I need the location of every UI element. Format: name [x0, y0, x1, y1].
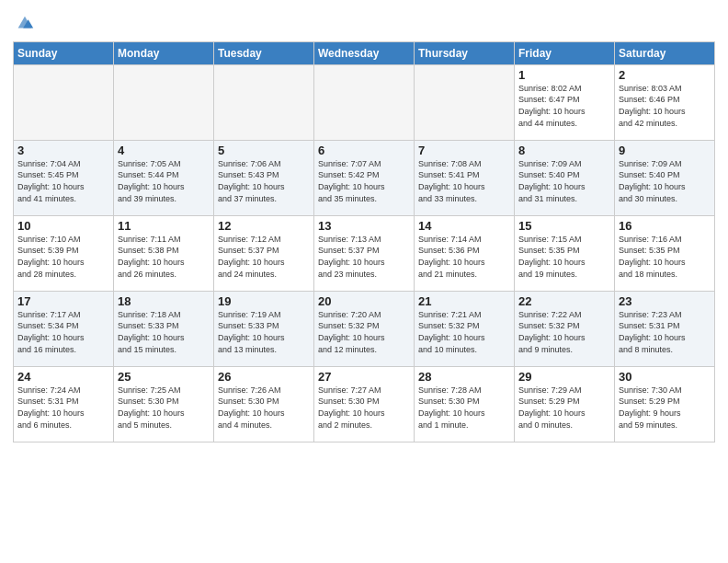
- day-info: Sunrise: 8:03 AM Sunset: 6:46 PM Dayligh…: [619, 83, 711, 129]
- day-cell: 25Sunrise: 7:25 AM Sunset: 5:30 PM Dayli…: [114, 366, 214, 442]
- day-number: 21: [418, 294, 510, 308]
- day-number: 28: [418, 370, 510, 384]
- day-number: 6: [318, 144, 410, 157]
- day-info: Sunrise: 7:14 AM Sunset: 5:36 PM Dayligh…: [418, 234, 510, 280]
- day-cell: 17Sunrise: 7:17 AM Sunset: 5:34 PM Dayli…: [14, 291, 114, 366]
- logo-text: [13, 13, 35, 38]
- col-header-friday: Friday: [515, 41, 615, 64]
- day-info: Sunrise: 7:07 AM Sunset: 5:42 PM Dayligh…: [318, 158, 410, 204]
- day-cell: 14Sunrise: 7:14 AM Sunset: 5:36 PM Dayli…: [415, 215, 515, 291]
- day-cell: 30Sunrise: 7:30 AM Sunset: 5:29 PM Dayli…: [615, 366, 715, 442]
- day-cell: [314, 64, 415, 140]
- day-cell: 3Sunrise: 7:04 AM Sunset: 5:45 PM Daylig…: [14, 140, 114, 215]
- day-cell: 13Sunrise: 7:13 AM Sunset: 5:37 PM Dayli…: [314, 215, 415, 291]
- day-cell: 9Sunrise: 7:09 AM Sunset: 5:40 PM Daylig…: [615, 140, 715, 215]
- day-info: Sunrise: 7:06 AM Sunset: 5:43 PM Dayligh…: [218, 158, 310, 204]
- day-cell: 1Sunrise: 8:02 AM Sunset: 6:47 PM Daylig…: [515, 64, 615, 140]
- day-cell: [14, 64, 114, 140]
- day-info: Sunrise: 7:27 AM Sunset: 5:30 PM Dayligh…: [318, 385, 410, 431]
- day-info: Sunrise: 8:02 AM Sunset: 6:47 PM Dayligh…: [518, 83, 610, 129]
- day-info: Sunrise: 7:28 AM Sunset: 5:30 PM Dayligh…: [418, 385, 510, 431]
- day-number: 22: [518, 294, 610, 308]
- day-info: Sunrise: 7:20 AM Sunset: 5:32 PM Dayligh…: [318, 309, 410, 355]
- day-cell: 19Sunrise: 7:19 AM Sunset: 5:33 PM Dayli…: [214, 291, 314, 366]
- day-number: 20: [318, 294, 410, 308]
- day-cell: 15Sunrise: 7:15 AM Sunset: 5:35 PM Dayli…: [515, 215, 615, 291]
- header: [13, 9, 715, 38]
- day-info: Sunrise: 7:08 AM Sunset: 5:41 PM Dayligh…: [418, 158, 510, 204]
- col-header-monday: Monday: [114, 41, 214, 64]
- day-number: 9: [619, 144, 711, 157]
- col-header-thursday: Thursday: [415, 41, 515, 64]
- day-number: 17: [17, 294, 109, 308]
- week-row-1: 1Sunrise: 8:02 AM Sunset: 6:47 PM Daylig…: [14, 64, 715, 140]
- week-row-4: 17Sunrise: 7:17 AM Sunset: 5:34 PM Dayli…: [14, 291, 715, 366]
- day-number: 27: [318, 370, 410, 384]
- day-cell: 27Sunrise: 7:27 AM Sunset: 5:30 PM Dayli…: [314, 366, 415, 442]
- day-number: 16: [619, 219, 711, 233]
- day-info: Sunrise: 7:30 AM Sunset: 5:29 PM Dayligh…: [619, 385, 711, 431]
- day-cell: 29Sunrise: 7:29 AM Sunset: 5:29 PM Dayli…: [515, 366, 615, 442]
- week-row-5: 24Sunrise: 7:24 AM Sunset: 5:31 PM Dayli…: [14, 366, 715, 442]
- day-cell: 22Sunrise: 7:22 AM Sunset: 5:32 PM Dayli…: [515, 291, 615, 366]
- day-info: Sunrise: 7:26 AM Sunset: 5:30 PM Dayligh…: [218, 385, 310, 431]
- day-cell: 28Sunrise: 7:28 AM Sunset: 5:30 PM Dayli…: [415, 366, 515, 442]
- day-info: Sunrise: 7:19 AM Sunset: 5:33 PM Dayligh…: [218, 309, 310, 355]
- logo: [13, 13, 35, 38]
- day-info: Sunrise: 7:24 AM Sunset: 5:31 PM Dayligh…: [17, 385, 109, 431]
- day-info: Sunrise: 7:18 AM Sunset: 5:33 PM Dayligh…: [118, 309, 210, 355]
- day-cell: 23Sunrise: 7:23 AM Sunset: 5:31 PM Dayli…: [615, 291, 715, 366]
- day-number: 30: [619, 370, 711, 384]
- day-cell: 8Sunrise: 7:09 AM Sunset: 5:40 PM Daylig…: [515, 140, 615, 215]
- calendar-table: SundayMondayTuesdayWednesdayThursdayFrid…: [13, 41, 715, 442]
- day-info: Sunrise: 7:21 AM Sunset: 5:32 PM Dayligh…: [418, 309, 510, 355]
- day-info: Sunrise: 7:10 AM Sunset: 5:39 PM Dayligh…: [17, 234, 109, 280]
- day-cell: [114, 64, 214, 140]
- day-info: Sunrise: 7:11 AM Sunset: 5:38 PM Dayligh…: [118, 234, 210, 280]
- day-cell: 21Sunrise: 7:21 AM Sunset: 5:32 PM Dayli…: [415, 291, 515, 366]
- day-cell: 7Sunrise: 7:08 AM Sunset: 5:41 PM Daylig…: [415, 140, 515, 215]
- day-cell: 20Sunrise: 7:20 AM Sunset: 5:32 PM Dayli…: [314, 291, 415, 366]
- day-info: Sunrise: 7:25 AM Sunset: 5:30 PM Dayligh…: [118, 385, 210, 431]
- day-cell: 26Sunrise: 7:26 AM Sunset: 5:30 PM Dayli…: [214, 366, 314, 442]
- day-number: 8: [518, 144, 610, 157]
- day-number: 11: [118, 219, 210, 233]
- day-number: 10: [17, 219, 109, 233]
- day-cell: 2Sunrise: 8:03 AM Sunset: 6:46 PM Daylig…: [615, 64, 715, 140]
- day-cell: 10Sunrise: 7:10 AM Sunset: 5:39 PM Dayli…: [14, 215, 114, 291]
- day-number: 1: [518, 68, 610, 82]
- day-number: 19: [218, 294, 310, 308]
- day-number: 13: [318, 219, 410, 233]
- day-info: Sunrise: 7:23 AM Sunset: 5:31 PM Dayligh…: [619, 309, 711, 355]
- day-cell: [214, 64, 314, 140]
- col-header-sunday: Sunday: [14, 41, 114, 64]
- page-container: SundayMondayTuesdayWednesdayThursdayFrid…: [0, 0, 728, 448]
- day-info: Sunrise: 7:13 AM Sunset: 5:37 PM Dayligh…: [318, 234, 410, 280]
- week-row-3: 10Sunrise: 7:10 AM Sunset: 5:39 PM Dayli…: [14, 215, 715, 291]
- day-cell: 24Sunrise: 7:24 AM Sunset: 5:31 PM Dayli…: [14, 366, 114, 442]
- day-info: Sunrise: 7:29 AM Sunset: 5:29 PM Dayligh…: [518, 385, 610, 431]
- day-number: 5: [218, 144, 310, 157]
- day-number: 2: [619, 68, 711, 82]
- day-number: 24: [17, 370, 109, 384]
- day-info: Sunrise: 7:17 AM Sunset: 5:34 PM Dayligh…: [17, 309, 109, 355]
- day-cell: 18Sunrise: 7:18 AM Sunset: 5:33 PM Dayli…: [114, 291, 214, 366]
- day-info: Sunrise: 7:12 AM Sunset: 5:37 PM Dayligh…: [218, 234, 310, 280]
- day-number: 14: [418, 219, 510, 233]
- day-cell: 11Sunrise: 7:11 AM Sunset: 5:38 PM Dayli…: [114, 215, 214, 291]
- logo-icon: [15, 13, 35, 33]
- day-cell: [415, 64, 515, 140]
- day-info: Sunrise: 7:22 AM Sunset: 5:32 PM Dayligh…: [518, 309, 610, 355]
- day-cell: 5Sunrise: 7:06 AM Sunset: 5:43 PM Daylig…: [214, 140, 314, 215]
- col-header-tuesday: Tuesday: [214, 41, 314, 64]
- week-row-2: 3Sunrise: 7:04 AM Sunset: 5:45 PM Daylig…: [14, 140, 715, 215]
- day-number: 29: [518, 370, 610, 384]
- day-cell: 4Sunrise: 7:05 AM Sunset: 5:44 PM Daylig…: [114, 140, 214, 215]
- col-header-saturday: Saturday: [615, 41, 715, 64]
- col-header-wednesday: Wednesday: [314, 41, 415, 64]
- day-number: 3: [17, 144, 109, 157]
- day-info: Sunrise: 7:09 AM Sunset: 5:40 PM Dayligh…: [518, 158, 610, 204]
- day-number: 4: [118, 144, 210, 157]
- day-number: 18: [118, 294, 210, 308]
- day-info: Sunrise: 7:04 AM Sunset: 5:45 PM Dayligh…: [17, 158, 109, 204]
